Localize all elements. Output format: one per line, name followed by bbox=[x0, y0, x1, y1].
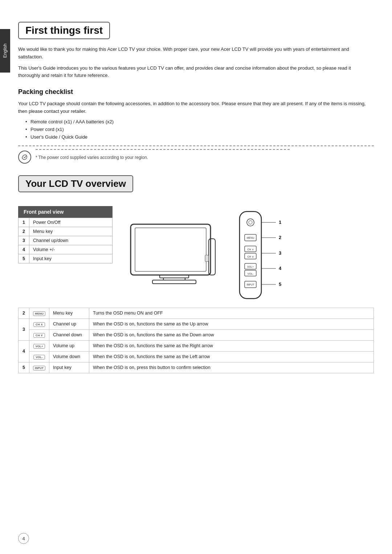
svg-text:3: 3 bbox=[279, 250, 281, 256]
row-num: 1 bbox=[19, 218, 29, 227]
tv-drawing bbox=[127, 221, 221, 286]
row-label: Volume +/- bbox=[29, 245, 113, 254]
section1-para2: This User's Guide introduces you to the … bbox=[18, 65, 374, 80]
detail-keyname: Menu key bbox=[49, 308, 89, 319]
detail-keyname: Channel up bbox=[49, 319, 89, 329]
row-label: Channel up/down bbox=[29, 236, 113, 245]
svg-rect-4 bbox=[152, 280, 196, 284]
front-panel-row: 2Menu key bbox=[19, 227, 113, 236]
front-panel-row: 5Input key bbox=[19, 254, 113, 263]
detail-row: 4VOL+Volume upWhen the OSD is on, functi… bbox=[19, 340, 374, 351]
svg-rect-6 bbox=[205, 255, 209, 262]
svg-rect-1 bbox=[135, 228, 206, 271]
section2-title-box: Your LCD TV overview bbox=[18, 175, 133, 192]
svg-point-9 bbox=[249, 221, 252, 224]
front-panel-container: Front panel view 1Power On/Off2Menu key3… bbox=[18, 206, 374, 297]
key-icon-label: INPUT bbox=[33, 366, 45, 370]
detail-desc: When the OSD is on, press this button to… bbox=[89, 362, 374, 373]
detail-icon: INPUT bbox=[29, 362, 49, 373]
detail-table: 2MENUMenu keyTurns the OSD menu ON and O… bbox=[18, 308, 374, 373]
side-tab: English bbox=[0, 29, 10, 73]
detail-icon: CH ∧ bbox=[29, 319, 49, 329]
section1-title: First things first bbox=[25, 25, 103, 36]
detail-icon: CH ∨ bbox=[29, 329, 49, 340]
note-box: * The power cord supplied varies accordi… bbox=[18, 145, 374, 164]
front-panel-row: 3Channel up/down bbox=[19, 236, 113, 245]
detail-icon: VOL- bbox=[29, 351, 49, 362]
detail-row: 2MENUMenu keyTurns the OSD menu ON and O… bbox=[19, 308, 374, 319]
detail-num: 5 bbox=[19, 362, 29, 373]
front-panel-header: Front panel view bbox=[18, 206, 113, 218]
svg-text:5: 5 bbox=[279, 282, 281, 287]
detail-keyname: Volume up bbox=[49, 340, 89, 351]
page-number: 4 bbox=[18, 533, 29, 544]
section1-para1: We would like to thank you for making th… bbox=[18, 46, 374, 61]
detail-row: 5INPUTInput keyWhen the OSD is on, press… bbox=[19, 362, 374, 373]
svg-rect-0 bbox=[131, 224, 211, 275]
side-panel-area: MENU CH ∧ CH ∨ VOL+ VOL- bbox=[232, 210, 298, 297]
key-icon-label: CH ∨ bbox=[33, 333, 45, 338]
svg-text:VOL+: VOL+ bbox=[247, 266, 254, 268]
detail-desc: When the OSD is on, functions the same a… bbox=[89, 340, 374, 351]
section2-title: Your LCD TV overview bbox=[25, 178, 126, 189]
svg-rect-5 bbox=[209, 239, 215, 275]
row-num: 5 bbox=[19, 254, 29, 263]
detail-icon: VOL+ bbox=[29, 340, 49, 351]
list-item: Power cord (x1) bbox=[25, 127, 374, 132]
svg-text:CH ∧: CH ∧ bbox=[247, 248, 253, 251]
svg-text:VOL-: VOL- bbox=[248, 272, 254, 275]
row-label: Menu key bbox=[29, 227, 113, 236]
detail-row: VOL-Volume downWhen the OSD is on, funct… bbox=[19, 351, 374, 362]
packing-intro: Your LCD TV package should contain the f… bbox=[18, 100, 374, 115]
detail-num: 3 bbox=[19, 319, 29, 340]
tv-svg bbox=[127, 221, 221, 290]
front-panel-table-wrap: Front panel view 1Power On/Off2Menu key3… bbox=[18, 206, 113, 263]
key-icon-label: MENU bbox=[33, 311, 45, 316]
tv-diagram: MENU CH ∧ CH ∨ VOL+ VOL- bbox=[127, 210, 374, 297]
front-panel-table: 1Power On/Off2Menu key3Channel up/down4V… bbox=[18, 218, 113, 263]
detail-num: 4 bbox=[19, 340, 29, 362]
side-tab-label: English bbox=[3, 44, 8, 58]
front-panel-row: 4Volume +/- bbox=[19, 245, 113, 254]
detail-desc: When the OSD is on, functions the same a… bbox=[89, 351, 374, 362]
packing-list: Remote control (x1) / AAA batteries (x2)… bbox=[25, 119, 374, 140]
detail-row: 3CH ∧Channel upWhen the OSD is on, funct… bbox=[19, 319, 374, 329]
detail-desc: When the OSD is on, functions the same a… bbox=[89, 329, 374, 340]
packing-title: Packing checklist bbox=[18, 88, 374, 96]
detail-desc: Turns the OSD menu ON and OFF bbox=[89, 308, 374, 319]
detail-row: CH ∨Channel downWhen the OSD is on, func… bbox=[19, 329, 374, 340]
note-icon bbox=[18, 151, 31, 164]
side-panel-svg: MENU CH ∧ CH ∨ VOL+ VOL- bbox=[232, 210, 298, 304]
section1-title-box: First things first bbox=[18, 22, 110, 39]
list-item: Remote control (x1) / AAA batteries (x2) bbox=[25, 119, 374, 124]
note-text: * The power cord supplied varies accordi… bbox=[36, 153, 290, 160]
row-num: 2 bbox=[19, 227, 29, 236]
svg-text:2: 2 bbox=[279, 235, 281, 240]
list-item: User's Guide / Quick Guide bbox=[25, 134, 374, 140]
key-icon-label: CH ∧ bbox=[33, 322, 45, 327]
row-label: Input key bbox=[29, 254, 113, 263]
detail-num: 2 bbox=[19, 308, 29, 319]
detail-keyname: Volume down bbox=[49, 351, 89, 362]
row-num: 4 bbox=[19, 245, 29, 254]
svg-text:INPUT: INPUT bbox=[247, 283, 255, 286]
key-icon-label: VOL- bbox=[33, 355, 45, 360]
note-svg-icon bbox=[21, 153, 28, 161]
svg-text:MENU: MENU bbox=[247, 237, 254, 239]
key-icon-label: VOL+ bbox=[33, 344, 45, 349]
detail-icon: MENU bbox=[29, 308, 49, 319]
svg-text:4: 4 bbox=[279, 266, 282, 271]
detail-desc: When the OSD is on, functions the same a… bbox=[89, 319, 374, 329]
svg-text:CH ∨: CH ∨ bbox=[247, 255, 253, 258]
row-num: 3 bbox=[19, 236, 29, 245]
row-label: Power On/Off bbox=[29, 218, 113, 227]
svg-point-8 bbox=[247, 219, 254, 226]
detail-keyname: Channel down bbox=[49, 329, 89, 340]
detail-keyname: Input key bbox=[49, 362, 89, 373]
svg-text:1: 1 bbox=[279, 219, 281, 225]
section2-container: Your LCD TV overview Front panel view 1P… bbox=[18, 175, 374, 373]
front-panel-row: 1Power On/Off bbox=[19, 218, 113, 227]
